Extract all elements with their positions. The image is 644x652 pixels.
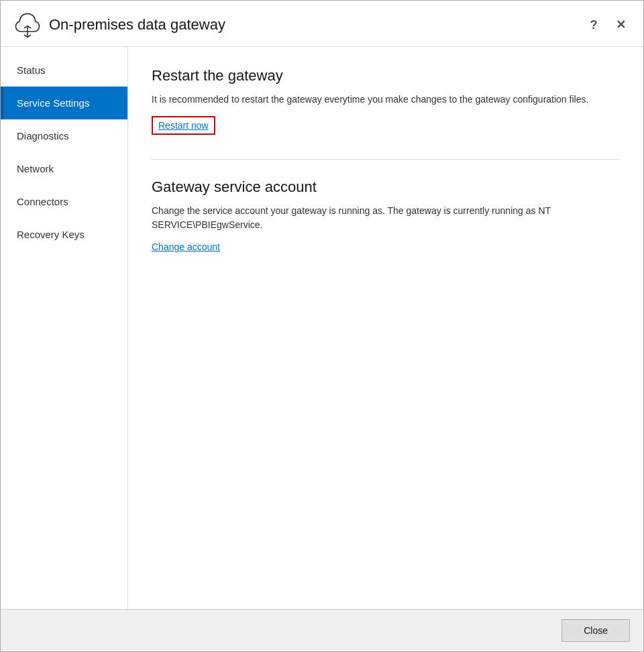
footer: Close bbox=[1, 609, 643, 651]
restart-section-description: It is recommended to restart the gateway… bbox=[152, 93, 620, 107]
restart-now-button[interactable]: Restart now bbox=[158, 120, 209, 131]
restart-button-wrapper: Restart now bbox=[152, 116, 215, 135]
gateway-icon bbox=[14, 11, 41, 38]
sidebar-item-service-settings[interactable]: Service Settings bbox=[1, 87, 127, 119]
close-button[interactable]: Close bbox=[561, 619, 630, 642]
restart-section-title: Restart the gateway bbox=[152, 67, 620, 85]
restart-section: Restart the gateway It is recommended to… bbox=[152, 67, 620, 135]
sidebar-item-network[interactable]: Network bbox=[1, 152, 127, 185]
help-button[interactable]: ? bbox=[584, 15, 603, 34]
change-account-button[interactable]: Change account bbox=[152, 241, 220, 252]
account-section-description: Change the service account your gateway … bbox=[152, 204, 620, 232]
title-bar: On-premises data gateway ? ✕ bbox=[1, 1, 643, 47]
window-controls: ? ✕ bbox=[584, 15, 630, 34]
window-close-button[interactable]: ✕ bbox=[611, 15, 630, 34]
window-title: On-premises data gateway bbox=[49, 16, 584, 34]
account-section-title: Gateway service account bbox=[152, 178, 620, 196]
sidebar-item-connectors[interactable]: Connectors bbox=[1, 185, 127, 218]
account-section: Gateway service account Change the servi… bbox=[152, 178, 620, 252]
sidebar-item-diagnostics[interactable]: Diagnostics bbox=[1, 119, 127, 152]
sidebar-item-recovery-keys[interactable]: Recovery Keys bbox=[1, 218, 127, 251]
main-content: Restart the gateway It is recommended to… bbox=[128, 47, 643, 609]
content-area: Status Service Settings Diagnostics Netw… bbox=[1, 47, 643, 609]
main-window: On-premises data gateway ? ✕ Status Serv… bbox=[0, 0, 644, 652]
sidebar: Status Service Settings Diagnostics Netw… bbox=[1, 47, 128, 609]
section-divider bbox=[152, 159, 620, 160]
sidebar-item-status[interactable]: Status bbox=[1, 54, 127, 87]
